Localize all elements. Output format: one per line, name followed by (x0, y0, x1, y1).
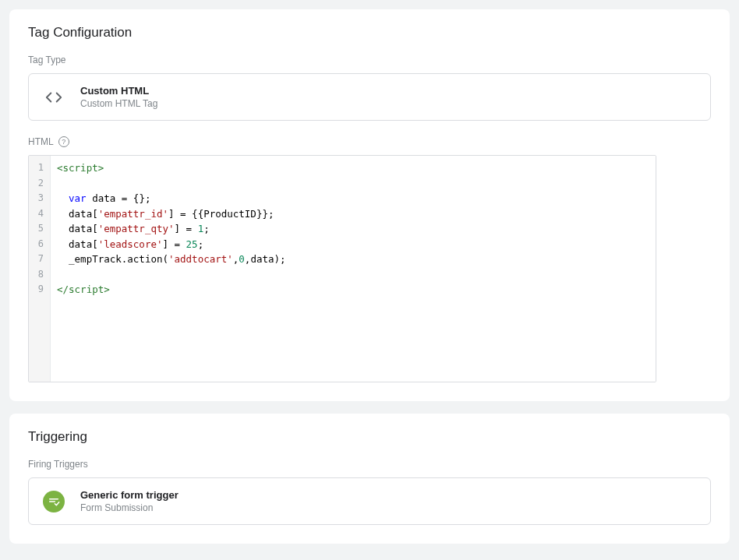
gutter-line: 2 (37, 176, 44, 192)
code-line: </script> (57, 282, 649, 298)
gutter-line: 6 (37, 237, 44, 252)
triggering-title: Triggering (28, 429, 711, 445)
tag-type-label: Tag Type (28, 55, 711, 65)
code-line (57, 176, 649, 192)
code-line (57, 267, 649, 283)
code-line: <script> (57, 160, 649, 176)
trigger-type: Form Submission (80, 502, 179, 513)
code-line: data['leadscore'] = 25; (57, 237, 649, 252)
gutter-line: 8 (37, 267, 44, 283)
code-icon (43, 86, 65, 108)
code-line: var data = {}; (57, 191, 649, 206)
code-line: _empTrack.action('addtocart',0,data); (57, 252, 649, 267)
firing-triggers-label: Firing Triggers (28, 459, 711, 470)
triggering-card: Triggering Firing Triggers Generic form … (9, 414, 730, 544)
firing-trigger-row[interactable]: Generic form trigger Form Submission (28, 477, 711, 525)
gutter-line: 4 (37, 206, 44, 222)
gutter-line: 9 (37, 282, 44, 298)
gutter-line: 7 (37, 252, 44, 267)
help-icon[interactable]: ? (58, 136, 69, 147)
html-label-text: HTML (28, 136, 54, 147)
gutter-line: 1 (37, 160, 44, 176)
tag-type-name: Custom HTML (80, 85, 157, 97)
code-gutter: 123456789 (29, 156, 51, 382)
form-submission-icon (43, 491, 65, 512)
gutter-line: 3 (37, 191, 44, 206)
tag-configuration-title: Tag Configuration (28, 25, 711, 41)
tag-type-selector[interactable]: Custom HTML Custom HTML Tag (28, 73, 711, 121)
gutter-line: 5 (37, 221, 44, 237)
code-area[interactable]: <script> var data = {}; data['empattr_id… (51, 156, 656, 382)
code-line: data['empattr_id'] = {{ProductID}}; (57, 206, 649, 222)
tag-type-subtitle: Custom HTML Tag (80, 98, 157, 109)
html-label: HTML ? (28, 136, 711, 147)
html-code-editor[interactable]: 123456789 <script> var data = {}; data['… (28, 155, 656, 382)
trigger-text-block: Generic form trigger Form Submission (80, 489, 179, 513)
tag-configuration-card: Tag Configuration Tag Type Custom HTML C… (9, 9, 730, 401)
trigger-name: Generic form trigger (80, 489, 179, 501)
code-line: data['empattr_qty'] = 1; (57, 221, 649, 237)
tag-type-text: Custom HTML Custom HTML Tag (80, 85, 157, 109)
